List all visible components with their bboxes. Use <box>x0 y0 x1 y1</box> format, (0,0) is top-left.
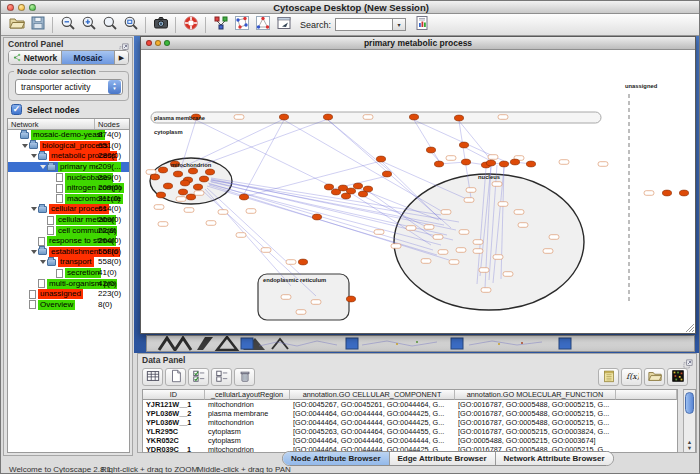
graph-node <box>510 159 519 165</box>
tree-row-label: mosaic-demo-yeast <box>31 130 105 140</box>
tree-row-nucleobase-[interactable]: nucleobase-209(0) <box>8 172 129 183</box>
graph-node <box>662 190 671 196</box>
table-row[interactable]: YLR295Ccytoplasm[GO:0045263, GO:0044464,… <box>143 427 677 436</box>
table-grid-button[interactable] <box>142 368 163 386</box>
background-windows[interactable] <box>146 335 695 352</box>
expander-icon[interactable] <box>30 154 38 158</box>
tree-row-primary-metabo[interactable]: primary metabo209(... <box>8 162 129 173</box>
scrollbar-thumb[interactable] <box>685 392 694 414</box>
tree-row-response-to-stimul[interactable]: response to stimul264(0) <box>8 236 129 247</box>
tree-row-biological-process[interactable]: biological_process651(0) <box>8 141 129 152</box>
expander-icon[interactable] <box>39 260 47 264</box>
tree-row-node-count: 22(0) <box>98 226 117 236</box>
node-label-pill <box>406 226 416 231</box>
tree-row-establishment-of-lo[interactable]: establishment of lo558(0) <box>8 247 129 258</box>
expander-icon[interactable] <box>30 250 38 254</box>
tree-row-cellular-metabol[interactable]: cellular metabol209(0) <box>8 215 129 226</box>
tree-col-network: Network <box>8 119 95 129</box>
node-label-pill <box>473 240 483 245</box>
network-tab-icon <box>13 53 22 62</box>
vizmapper-button[interactable] <box>210 15 231 34</box>
table-column-header[interactable]: ID <box>143 390 205 400</box>
attribute-table[interactable]: ID_cellularLayoutRegionannotation.GO CEL… <box>142 389 678 453</box>
tab-network-attribute-browser[interactable]: Network Attribute Browser <box>496 452 613 465</box>
tab-network[interactable]: Network <box>9 51 62 64</box>
tree-row-cellular-process[interactable]: cellular process614(0) <box>8 204 129 215</box>
zoom-fit-icon <box>123 15 139 34</box>
network-view-titlebar[interactable]: primary metabolic process <box>141 37 695 50</box>
network-canvas-container[interactable]: plasma membranecytoplasmmitochondrionnuc… <box>141 50 695 333</box>
node-label-pill <box>236 233 246 238</box>
new-doc-button[interactable] <box>165 368 186 386</box>
node-label-pill <box>246 209 256 214</box>
table-row[interactable]: YJR121W__1mitochondrion[GO:0045267, GO:0… <box>143 400 677 409</box>
network-tree-header[interactable]: Network Nodes <box>8 119 129 130</box>
save-button[interactable] <box>27 15 48 34</box>
table-cell: [GO:0044464, GO:0044444, GO:0044425, G..… <box>290 418 455 427</box>
select-nodes-label: Select nodes <box>27 105 79 115</box>
expander-icon[interactable] <box>21 144 29 148</box>
table-column-header[interactable]: annotation.GO MOLECULAR_FUNCTION <box>455 390 616 400</box>
unselect-rows-button[interactable] <box>211 368 232 386</box>
network-canvas[interactable]: plasma membranecytoplasmmitochondrionnuc… <box>141 50 695 333</box>
trash-button[interactable] <box>234 368 255 386</box>
float-panel-icon[interactable] <box>119 39 129 49</box>
node-label-pill <box>598 162 608 167</box>
tabs-overflow-button[interactable]: ▶ <box>115 51 128 64</box>
tab-edge-attribute-browser[interactable]: Edge Attribute Browser <box>390 452 496 465</box>
select-nodes-checkbox[interactable]: ✓ <box>11 104 22 115</box>
data-panel-toolbar-right: f(x) <box>598 367 690 387</box>
node-label-pill <box>218 210 228 215</box>
tree-row-transport[interactable]: transport558(0) <box>8 257 129 268</box>
expander-icon[interactable] <box>39 165 47 169</box>
notepad-button[interactable] <box>598 368 619 386</box>
graph-node <box>199 176 208 182</box>
tree-row-secretion[interactable]: secretion41(0) <box>8 268 129 279</box>
table-column-header[interactable]: _cellularLayoutRegion <box>205 390 290 400</box>
search-dropdown-button[interactable]: ▾ <box>393 18 406 31</box>
tree-row-metabolic-process[interactable]: metabolic process280(0) <box>8 151 129 162</box>
tree-row-multi-organism-pro[interactable]: multi-organism pro42(0) <box>8 278 129 289</box>
tree-row-overview[interactable]: Overview8(0) <box>8 300 129 311</box>
scrollbar-arrows-icon[interactable]: ▲▼ <box>684 440 695 451</box>
search-input[interactable] <box>335 18 393 31</box>
zoom-in-button[interactable] <box>78 15 99 34</box>
table-cell: YKR052C <box>143 436 205 445</box>
report-button[interactable] <box>411 15 432 34</box>
select-rows-icon <box>192 369 206 386</box>
zoom-selected-button[interactable] <box>99 15 120 34</box>
table-row[interactable]: YKR052Ccytoplasm[GO:0044464, GO:0044446,… <box>143 436 677 445</box>
heatmap-button[interactable] <box>667 368 688 386</box>
table-column-header[interactable]: annotation.GO CELLULAR_COMPONENT <box>290 390 455 400</box>
open-folder-icon <box>9 15 25 34</box>
tree-row-mosaic-demo-yeast[interactable]: mosaic-demo-yeast874(0) <box>8 130 129 141</box>
tree-row-cell-communicat[interactable]: cell communicat22(0) <box>8 225 129 236</box>
table-row[interactable]: YPL036W__1mitochondrion[GO:0044464, GO:0… <box>143 418 677 427</box>
table-row[interactable]: YPL036W__2plasma membrane[GO:0044464, GO… <box>143 409 677 418</box>
layout-nodes-button[interactable] <box>231 15 252 34</box>
tree-row-node-count: 558(0) <box>98 247 121 257</box>
titlebar: Cytoscape Desktop (New Session) <box>1 1 700 14</box>
node-color-dropdown[interactable]: transporter activity ▲▼ <box>15 79 123 95</box>
layout-edges-button[interactable] <box>252 15 273 34</box>
attribute-table-header[interactable]: ID_cellularLayoutRegionannotation.GO CEL… <box>143 390 677 400</box>
data-panel-float-icon[interactable] <box>683 355 693 365</box>
vizmapper-icon <box>213 15 229 34</box>
snapshot-button[interactable] <box>150 15 171 34</box>
function-button[interactable]: f(x) <box>621 368 642 386</box>
zoom-out-button[interactable] <box>57 15 78 34</box>
tree-row-nitrogen-compo[interactable]: nitrogen compo209(0) <box>8 183 129 194</box>
open-folder2-button[interactable] <box>644 368 665 386</box>
expander-icon[interactable] <box>30 207 38 211</box>
zoom-fit-button[interactable] <box>120 15 141 34</box>
tab-mosaic[interactable]: Mosaic <box>62 51 115 64</box>
window-export-button[interactable] <box>273 15 294 34</box>
open-folder-button[interactable] <box>6 15 27 34</box>
tree-row-unassigned[interactable]: unassigned223(0) <box>8 289 129 300</box>
table-vertical-scrollbar[interactable]: ▲▼ <box>683 389 696 453</box>
select-rows-button[interactable] <box>188 368 209 386</box>
graph-node <box>150 174 159 180</box>
help-ring-button[interactable] <box>180 15 201 34</box>
tree-row-macromolecule[interactable]: macromolecule311(0) <box>8 194 129 205</box>
tab-node-attribute-browser[interactable]: Node Attribute Browser <box>283 452 390 465</box>
